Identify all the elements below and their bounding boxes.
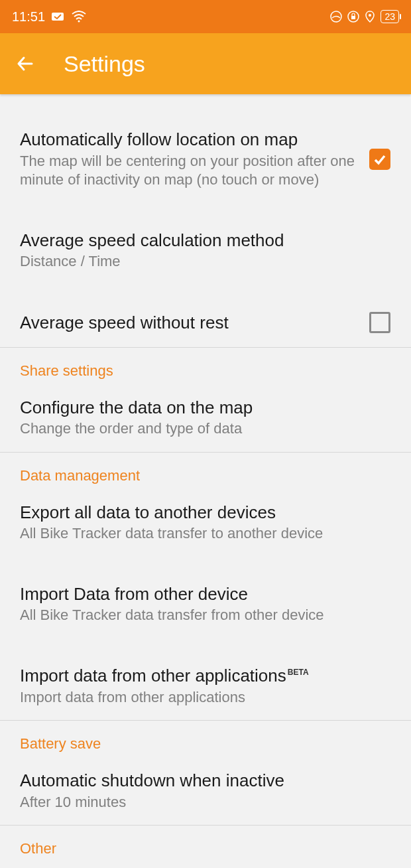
setting-subtitle: The map will be centering on your positi…	[20, 152, 357, 190]
svg-point-5	[369, 14, 371, 17]
setting-avg-method[interactable]: Average speed calculation method Distanc…	[0, 216, 411, 285]
svg-rect-0	[52, 13, 64, 21]
setting-avg-no-rest[interactable]: Average speed without rest	[0, 298, 411, 347]
setting-title: Average speed calculation method	[20, 230, 391, 252]
svg-point-1	[78, 21, 80, 23]
svg-rect-4	[351, 16, 355, 19]
setting-subtitle: After 10 minutes	[20, 793, 391, 812]
section-header-other: Other	[0, 826, 411, 861]
setting-title-text: Import data from other applications	[20, 666, 286, 686]
setting-title: Average speed without rest	[20, 312, 357, 334]
settings-list: Automatically follow location on map The…	[0, 94, 411, 861]
setting-auto-follow[interactable]: Automatically follow location on map The…	[0, 115, 411, 203]
setting-subtitle: All Bike Tracker data transfer from othe…	[20, 606, 391, 625]
location-icon	[365, 11, 375, 23]
dnd-icon	[330, 11, 342, 23]
notification-icon	[52, 11, 65, 22]
status-left: 11:51	[12, 9, 86, 25]
section-header-data: Data management	[0, 453, 411, 488]
setting-title: Automatic shutdown when inactive	[20, 770, 391, 792]
setting-title: Import Data from other device	[20, 583, 391, 605]
battery-indicator: 23	[381, 10, 399, 23]
page-title: Settings	[64, 51, 145, 77]
status-bar: 11:51 23	[0, 0, 411, 33]
setting-title: Automatically follow location on map	[20, 129, 357, 151]
setting-subtitle: All Bike Tracker data transfer to anothe…	[20, 524, 391, 543]
status-right: 23	[330, 10, 399, 23]
setting-title: Export all data to another devices	[20, 502, 391, 524]
setting-subtitle: Import data from other applications	[20, 688, 391, 707]
section-header-battery: Battery save	[0, 721, 411, 757]
section-header-share: Share settings	[0, 348, 411, 384]
setting-auto-shutdown[interactable]: Automatic shutdown when inactive After 1…	[0, 757, 411, 825]
setting-title: Configure the data on the map	[20, 397, 391, 419]
setting-import-device[interactable]: Import Data from other device All Bike T…	[0, 570, 411, 638]
setting-title: Import data from other applicationsBETA	[20, 665, 391, 687]
checkbox-avg-no-rest[interactable]	[369, 311, 391, 334]
checkbox-auto-follow[interactable]	[369, 148, 391, 171]
beta-badge: BETA	[288, 668, 309, 677]
setting-subtitle: Distance / Time	[20, 252, 391, 271]
setting-subtitle: Change the order and type of data	[20, 419, 391, 439]
wifi-icon	[72, 11, 86, 23]
setting-configure-map-data[interactable]: Configure the data on the map Change the…	[0, 384, 411, 452]
back-button[interactable]	[15, 53, 36, 74]
setting-import-apps[interactable]: Import data from other applicationsBETA …	[0, 652, 411, 720]
app-bar: Settings	[0, 33, 411, 94]
status-time: 11:51	[12, 9, 45, 25]
setting-export-data[interactable]: Export all data to another devices All B…	[0, 488, 411, 557]
lock-icon	[347, 11, 359, 23]
